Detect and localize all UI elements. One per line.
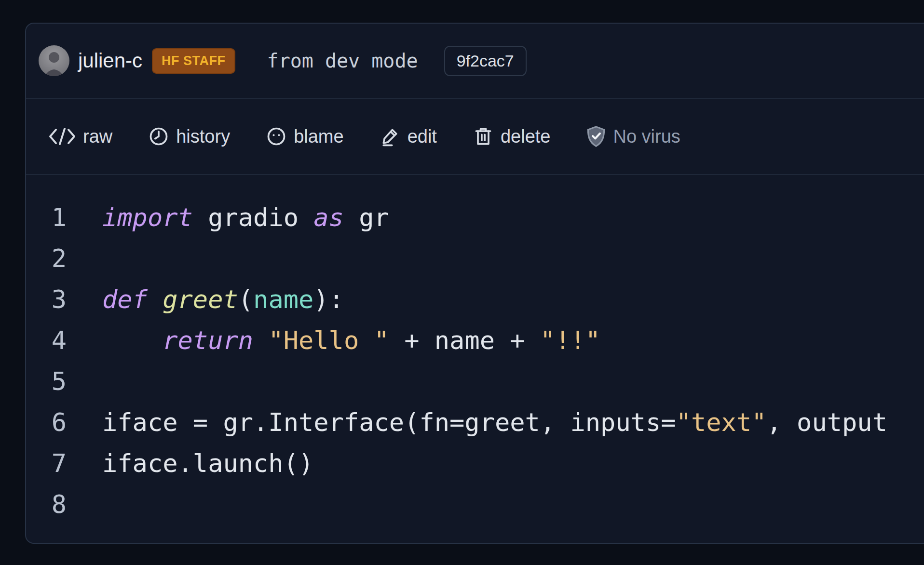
line-number[interactable]: 5 <box>26 361 67 402</box>
code-token <box>253 326 268 355</box>
face-icon <box>266 126 287 147</box>
code-line-text: import gradio as gr <box>102 197 389 238</box>
delete-label: delete <box>501 126 551 147</box>
line-number[interactable]: 1 <box>26 197 67 238</box>
code-token <box>148 285 163 314</box>
avatar[interactable] <box>39 45 69 76</box>
code-line: 7iface.launch() <box>26 443 924 484</box>
code-line-text: iface = gr.Interface(fn=greet, inputs="t… <box>102 402 887 443</box>
virus-scan-status: No virus <box>586 125 680 148</box>
hf-staff-badge: HF STAFF <box>152 48 235 74</box>
line-number[interactable]: 3 <box>26 279 67 320</box>
blame-button[interactable]: blame <box>266 126 344 147</box>
code-token: iface = gr.Interface(fn=greet, inputs= <box>102 408 676 437</box>
blame-label: blame <box>294 126 344 147</box>
code-viewer: 1import gradio as gr23def greet(name):4 … <box>26 175 924 525</box>
line-number[interactable]: 8 <box>26 484 67 525</box>
code-token: "text" <box>676 408 767 437</box>
code-line: 5 <box>26 361 924 402</box>
code-token: def <box>102 285 148 314</box>
code-token: name <box>253 285 313 314</box>
code-token: iface.launch() <box>102 449 313 478</box>
line-number[interactable]: 4 <box>26 320 67 361</box>
edit-label: edit <box>408 126 437 147</box>
trash-icon <box>473 126 494 147</box>
code-token: as <box>313 203 344 232</box>
code-line-text: return "Hello " + name + "!!" <box>102 320 600 361</box>
code-token: greet <box>163 285 238 314</box>
code-token: import <box>102 203 193 232</box>
commit-header: julien-c HF STAFF from dev mode 9f2cac7 <box>26 24 924 99</box>
code-token: gr <box>344 203 389 232</box>
code-token <box>102 326 163 355</box>
code-token: + name + <box>389 326 540 355</box>
code-icon <box>48 126 76 147</box>
commit-message[interactable]: from dev mode <box>267 50 418 72</box>
raw-button[interactable]: raw <box>48 126 112 147</box>
virus-status-label: No virus <box>613 126 680 147</box>
code-line: 1import gradio as gr <box>26 197 924 238</box>
code-line: 8 <box>26 484 924 525</box>
line-number[interactable]: 2 <box>26 238 67 279</box>
clock-icon <box>148 126 169 147</box>
code-token: return <box>163 326 253 355</box>
raw-label: raw <box>83 126 112 147</box>
code-token: "Hello " <box>268 326 389 355</box>
line-number[interactable]: 6 <box>26 402 67 443</box>
file-toolbar: raw history blame <box>26 99 924 175</box>
avatar-image <box>39 45 69 76</box>
code-token: gradio <box>193 203 313 232</box>
file-viewer-card: julien-c HF STAFF from dev mode 9f2cac7 … <box>25 23 924 544</box>
shield-check-icon <box>586 125 606 148</box>
code-token: ): <box>313 285 344 314</box>
code-line: 3def greet(name): <box>26 279 924 320</box>
code-line-text: def greet(name): <box>102 279 344 320</box>
code-line: 2 <box>26 238 924 279</box>
code-line: 4 return "Hello " + name + "!!" <box>26 320 924 361</box>
edit-button[interactable]: edit <box>380 126 437 147</box>
line-number[interactable]: 7 <box>26 443 67 484</box>
code-line: 6iface = gr.Interface(fn=greet, inputs="… <box>26 402 924 443</box>
history-button[interactable]: history <box>148 126 230 147</box>
commit-hash-chip[interactable]: 9f2cac7 <box>444 46 527 76</box>
code-token: ( <box>238 285 253 314</box>
history-label: history <box>176 126 230 147</box>
delete-button[interactable]: delete <box>473 126 551 147</box>
code-token: "!!" <box>540 326 600 355</box>
code-line-text: iface.launch() <box>102 443 313 484</box>
username-link[interactable]: julien-c <box>78 49 142 72</box>
code-token: , output <box>767 408 887 437</box>
pencil-icon <box>380 126 401 147</box>
